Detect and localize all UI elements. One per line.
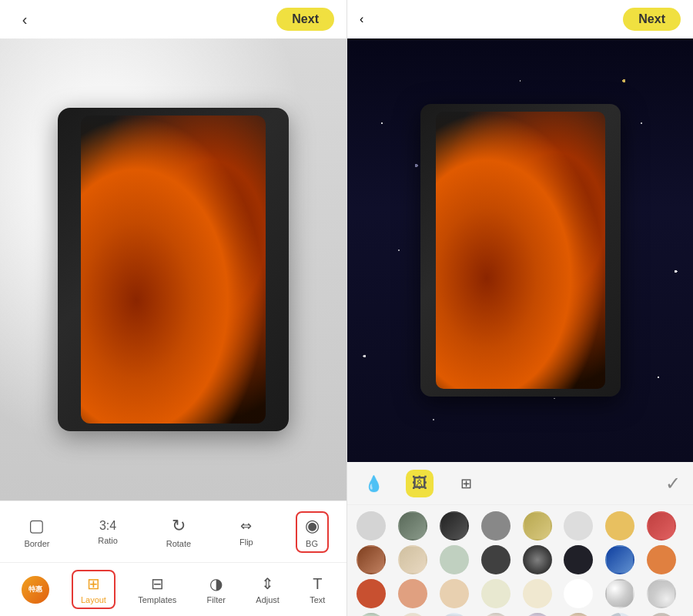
swatch-item[interactable] [481,545,511,574]
bg-type-icons: 💧 🖼 ⊞ ✓ [347,462,693,505]
swatch-item[interactable] [398,511,427,541]
droplet-icon: 💧 [364,474,383,493]
flip-label: Flip [239,537,253,547]
bg-toolbar: 💧 🖼 ⊞ ✓ [347,462,693,616]
swatch-item[interactable] [398,545,427,574]
left-back-button[interactable]: ‹ [12,7,37,32]
left-panel: ‹ Next ▢ Border 3:4 Ratio ↻ Rotate [0,0,346,616]
right-panel: ‹ Next 💧 🖼 ⊞ ✓ [346,0,693,616]
swatch-item[interactable] [357,579,386,608]
bg-swatches-area [347,505,693,616]
left-photo [0,38,346,500]
right-back-button[interactable]: ‹ [360,12,363,26]
bg-label: BG [306,539,318,548]
starfield-background [347,38,693,462]
left-next-button[interactable]: Next [276,8,334,31]
right-image-area [347,38,693,462]
tab-layout[interactable]: ⊞ Layout [72,570,116,609]
flip-icon: ⇔ [240,517,252,534]
swatch-item[interactable] [564,579,593,608]
tool-rotate[interactable]: ↻ Rotate [160,513,197,551]
swatch-item[interactable] [523,613,552,616]
swatch-item[interactable] [647,511,676,541]
swatch-item[interactable] [440,613,469,616]
text-icon: T [313,575,322,593]
swatch-item[interactable] [523,511,552,541]
rotate-label: Rotate [166,539,191,548]
swatch-item[interactable] [647,545,676,574]
tool-bg[interactable]: ◉ BG [296,511,329,553]
image-icon: 🖼 [412,474,427,492]
swatch-item[interactable] [605,511,634,541]
ratio-label: Ratio [98,536,118,545]
adjust-label: Adjust [256,595,280,604]
special-badge-icon: 特惠 [22,576,49,604]
swatch-item[interactable] [398,613,427,616]
adjust-icon: ⇕ [261,574,274,593]
swatch-item[interactable] [605,613,634,616]
left-header: ‹ Next [0,0,346,38]
tab-text[interactable]: T Text [302,572,333,608]
confirm-button[interactable]: ✓ [665,473,681,494]
left-toolbar: ▢ Border 3:4 Ratio ↻ Rotate ⇔ Flip ◉ BG [0,500,346,616]
text-label: Text [310,595,325,604]
left-image-area [0,38,346,500]
swatch-item[interactable] [357,545,386,574]
bg-pattern-button[interactable]: ⊞ [452,470,480,497]
filter-icon: ◑ [209,574,223,593]
tab-filter[interactable]: ◑ Filter [199,571,233,608]
bg-icon-group: 💧 🖼 ⊞ [360,470,480,497]
tab-adjust[interactable]: ⇕ Adjust [248,571,287,608]
bg-icon: ◉ [305,516,320,536]
swatch-item[interactable] [523,579,552,608]
bg-color-button[interactable]: 💧 [360,470,387,497]
swatch-item[interactable] [481,579,511,608]
tool-ratio[interactable]: 3:4 Ratio [92,516,124,548]
swatch-item[interactable] [440,545,469,574]
swatches-grid [357,511,684,616]
swatch-item[interactable] [398,579,427,608]
tools-row: ▢ Border 3:4 Ratio ↻ Rotate ⇔ Flip ◉ BG [0,500,346,562]
tool-flip[interactable]: ⇔ Flip [233,514,259,550]
swatch-item[interactable] [564,545,593,574]
layout-label: Layout [81,595,106,604]
swatch-item[interactable] [647,613,676,616]
right-header: ‹ Next [347,0,693,38]
layout-icon: ⊞ [87,574,100,593]
rotate-icon: ↻ [172,516,186,536]
right-next-button[interactable]: Next [623,8,681,31]
border-label: Border [24,539,49,548]
swatch-item[interactable] [647,579,676,608]
swatch-item[interactable] [440,511,469,541]
swatch-item[interactable] [440,579,469,608]
swatch-item[interactable] [605,579,634,608]
bg-image-button[interactable]: 🖼 [406,470,434,497]
templates-label: Templates [138,595,176,604]
bottom-tabs: 特惠 ⊞ Layout ⊟ Templates ◑ Filter ⇕ Adjus… [0,562,346,616]
tab-templates[interactable]: ⊟ Templates [130,571,184,608]
tool-border[interactable]: ▢ Border [18,513,55,551]
right-phone-overlay [420,104,621,397]
pattern-icon: ⊞ [460,475,472,492]
swatch-item[interactable] [481,613,511,616]
swatch-item[interactable] [523,545,552,574]
swatch-item[interactable] [564,511,593,541]
filter-label: Filter [207,595,226,604]
border-icon: ▢ [28,516,45,536]
swatch-item[interactable] [357,511,386,541]
ratio-icon: 3:4 [99,519,116,533]
swatch-item[interactable] [564,613,593,616]
swatch-item[interactable] [357,613,386,616]
swatch-item[interactable] [605,545,634,574]
tab-special[interactable]: 特惠 [14,573,57,607]
swatch-item[interactable] [481,511,511,541]
templates-icon: ⊟ [151,574,164,593]
